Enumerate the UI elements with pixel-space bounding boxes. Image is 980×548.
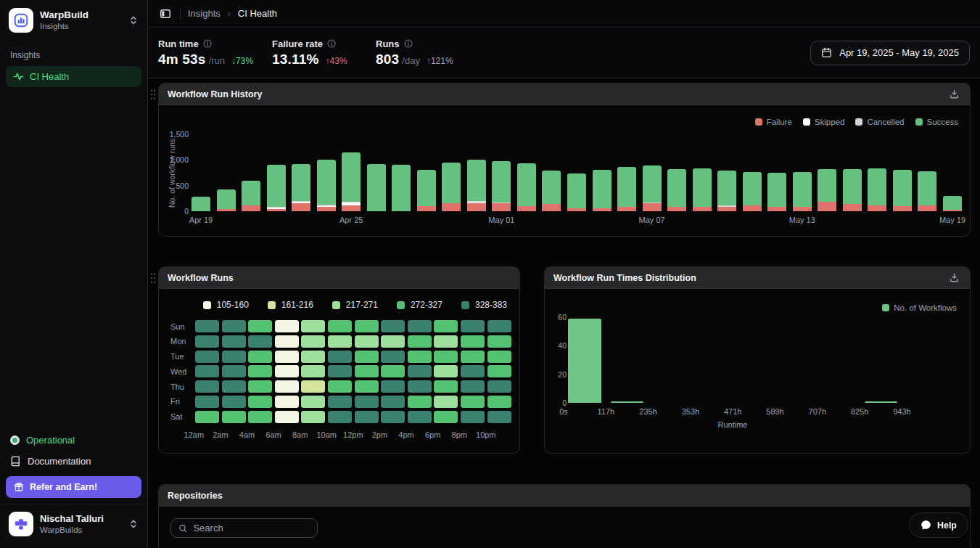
heatmap-bucket-217-271[interactable]: 217-271 (332, 300, 378, 310)
book-icon (10, 456, 21, 467)
status-operational[interactable]: Operational (0, 430, 147, 451)
bar-segment-success (242, 181, 260, 205)
heatmap-cell (275, 351, 299, 363)
heatmap-cell (461, 320, 485, 332)
heatmap-cell (381, 351, 405, 363)
heatmap-row: Wed (170, 365, 519, 377)
gift-icon (14, 482, 24, 492)
bar-segment-success (593, 170, 612, 208)
documentation-label: Documentation (28, 456, 91, 467)
x-tick-label: May 07 (639, 216, 665, 224)
date-range-picker[interactable]: Apr 19, 2025 - May 19, 2025 (810, 41, 970, 65)
heatmap-cell (461, 380, 485, 393)
run-history-bar (392, 165, 411, 211)
run-history-bar (667, 169, 686, 211)
run-history-bar (217, 189, 236, 211)
export-chart-button[interactable] (947, 87, 961, 101)
stat-unit: /day (402, 55, 420, 66)
avatar-glyph-icon (13, 516, 29, 532)
stat-delta: ↑43% (326, 56, 347, 66)
stat-value: 13.11% (272, 52, 319, 68)
run-history-bars (192, 105, 962, 211)
info-icon[interactable] (203, 39, 212, 48)
breadcrumb-insights[interactable]: Insights (188, 8, 221, 19)
bar-segment-success (392, 165, 411, 211)
bar-segment-success (267, 165, 286, 207)
heatmap-cell (195, 351, 219, 363)
heatmap-cell (328, 335, 352, 348)
run-history-bar (617, 167, 636, 211)
heatmap-cell (408, 380, 432, 393)
run-history-bar (317, 160, 336, 211)
heatmap-cell (381, 320, 405, 332)
heatmap-cell (461, 335, 485, 348)
run-history-bar (868, 168, 886, 211)
x-tick-label: 825h (851, 407, 868, 416)
bar-segment-success (767, 173, 786, 206)
bar-segment-failure (467, 203, 486, 211)
heatmap-cell (408, 396, 432, 408)
export-chart-button[interactable] (947, 271, 961, 285)
heatmap-cell (301, 396, 325, 408)
legend-label: 272-327 (411, 300, 442, 310)
bar-segment-success (693, 168, 712, 207)
refer-and-earn-button[interactable]: Refer and Earn! (6, 476, 141, 498)
heatmap-cell (195, 396, 219, 408)
sidebar-item-label: CI Health (30, 71, 69, 82)
info-icon[interactable] (327, 39, 336, 48)
run-history-bar (567, 173, 586, 211)
warpbuild-logo (9, 8, 33, 33)
help-label: Help (937, 520, 957, 531)
heatmap-cell (301, 411, 325, 423)
topbar-divider (180, 8, 181, 20)
info-icon[interactable] (404, 39, 413, 48)
bar-segment-success (793, 172, 812, 207)
heatmap-row-label: Fri (170, 397, 195, 406)
run-history-bar (417, 170, 436, 211)
sidebar-toggle-button[interactable] (158, 7, 173, 21)
run-history-bar (367, 164, 386, 211)
stat-run-time: Run time 4m 53s /run ↓73% (158, 38, 272, 68)
bar-segment-success (717, 171, 736, 205)
bar-segment-success (342, 152, 361, 201)
heatmap-bucket-105-160[interactable]: 105-160 (203, 300, 249, 310)
heatmap-cell (487, 320, 511, 332)
panel-title: Workflow Runs (168, 273, 234, 283)
distribution-bar (865, 401, 897, 404)
heatmap-grid: SunMonTueWedThuFriSat (170, 320, 519, 423)
heatmap-bucket-272-327[interactable]: 272-327 (397, 300, 442, 310)
run-history-bar (292, 164, 310, 211)
bar-segment-failure (292, 203, 310, 211)
heatmap-cell (461, 351, 485, 363)
heatmap-bucket-161-216[interactable]: 161-216 (268, 300, 313, 310)
panel-header: Workflow Run Times Distribution (545, 267, 970, 289)
heatmap-cell (381, 365, 405, 377)
bar-segment-failure (767, 207, 786, 211)
bar-segment-failure (617, 207, 636, 211)
bar-segment-failure (492, 203, 511, 211)
heatmap-column-label: 12am (181, 430, 207, 439)
heatmap-cell (355, 396, 379, 408)
calendar-icon (821, 47, 832, 58)
heatmap-bucket-328-383[interactable]: 328-383 (461, 300, 507, 310)
heatmap-cell (248, 411, 272, 423)
sidebar-item-documentation[interactable]: Documentation (0, 451, 147, 472)
save-image-icon (949, 272, 960, 283)
heatmap-cell (381, 396, 405, 408)
x-tick-label: May 19 (939, 216, 965, 224)
panel-drag-handle[interactable] (150, 272, 156, 284)
user-menu[interactable]: Nischal Talluri WarpBuilds (0, 504, 147, 544)
bar-chart-logo-icon (13, 12, 29, 28)
workspace-switcher[interactable]: WarpBuild Insights (0, 0, 147, 40)
help-button[interactable]: Help (910, 513, 968, 537)
sidebar-item-ci-health[interactable]: CI Health (6, 66, 141, 87)
bar-segment-success (292, 164, 310, 200)
search-input[interactable] (193, 523, 310, 533)
stat-unit: /run (209, 55, 225, 66)
legend-label: 161-216 (281, 300, 313, 310)
bar-segment-failure (693, 207, 712, 211)
bar-segment-success (317, 160, 336, 205)
x-axis-ticks: Apr 19Apr 25May 01May 07May 13May 19 (159, 216, 970, 227)
x-tick-label: May 13 (789, 216, 815, 224)
panel-drag-handle[interactable] (150, 89, 156, 100)
